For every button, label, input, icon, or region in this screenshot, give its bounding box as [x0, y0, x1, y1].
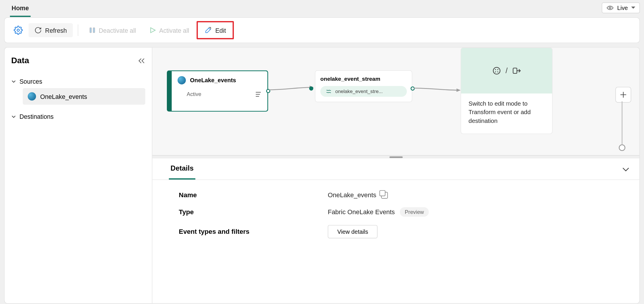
- menu-icon[interactable]: [255, 91, 262, 97]
- add-guide-line: [622, 101, 623, 147]
- detail-value-name: OneLake_events: [328, 192, 376, 199]
- toolbar: Refresh Deactivate all Activate all Edit: [4, 17, 640, 43]
- data-sidebar: Data Sources OneLake_events Destinations: [4, 47, 152, 304]
- edit-icon: [205, 26, 212, 34]
- svg-rect-7: [513, 68, 517, 73]
- add-node-button[interactable]: [615, 87, 631, 103]
- detail-value-type: Fabric OneLake Events: [328, 208, 395, 216]
- eye-icon: [607, 5, 614, 10]
- deactivate-all-button: Deactivate all: [83, 23, 142, 37]
- details-panel: Details Name OneLake_events Type: [152, 159, 639, 303]
- svg-point-0: [17, 29, 19, 31]
- copy-name-button[interactable]: [381, 192, 388, 199]
- detail-label-type: Type: [179, 208, 328, 216]
- chevron-down-icon: [11, 79, 16, 84]
- add-drop-handle[interactable]: [619, 144, 626, 151]
- live-label: Live: [617, 5, 628, 11]
- refresh-button[interactable]: Refresh: [29, 23, 73, 37]
- source-node-title: OneLake_events: [190, 77, 236, 84]
- onelake-source-icon: [28, 92, 36, 100]
- tree-section-sources[interactable]: Sources: [11, 74, 145, 88]
- refresh-icon: [34, 26, 42, 34]
- preview-badge: Preview: [400, 207, 429, 217]
- flow-canvas[interactable]: OneLake_events Active onelake_event_stre…: [152, 48, 639, 155]
- onelake-source-icon: [178, 76, 186, 84]
- stream-icon: [326, 89, 332, 94]
- edit-button-highlight: Edit: [197, 21, 234, 39]
- splitter-grip: [389, 156, 402, 158]
- plus-icon: [620, 91, 627, 98]
- tab-details[interactable]: Details: [169, 159, 195, 180]
- detail-label-name: Name: [179, 192, 328, 199]
- collapse-sidebar-icon[interactable]: [138, 58, 145, 63]
- svg-rect-1: [90, 28, 91, 33]
- svg-rect-2: [93, 28, 95, 33]
- caret-down-icon: [631, 6, 635, 10]
- stream-node[interactable]: onelake_event_stream onelake_event_stre.…: [315, 70, 412, 102]
- source-node[interactable]: OneLake_events Active: [167, 70, 268, 111]
- live-mode-dropdown[interactable]: Live: [602, 2, 640, 13]
- stream-chip[interactable]: onelake_event_stre...: [320, 86, 407, 97]
- detail-label-filters: Event types and filters: [179, 228, 328, 235]
- destination-hint-text: Switch to edit mode to Transform event o…: [461, 94, 552, 134]
- source-node-status: Active: [187, 91, 201, 97]
- output-icon: [512, 66, 521, 75]
- play-icon: [149, 27, 156, 34]
- collapse-details-icon[interactable]: [622, 166, 629, 171]
- toolbar-divider: [78, 24, 78, 36]
- view-details-button[interactable]: View details: [328, 225, 378, 238]
- stream-input-port[interactable]: [309, 86, 313, 90]
- svg-point-6: [494, 67, 500, 74]
- gear-icon: [14, 26, 23, 35]
- transform-icon: [492, 66, 501, 75]
- destination-hint-node[interactable]: / Switch to edit mode to Transform event…: [461, 48, 553, 134]
- connector-wire: [414, 84, 464, 96]
- stream-node-title: onelake_event_stream: [320, 76, 407, 82]
- activate-all-button: Activate all: [143, 23, 195, 37]
- chevron-down-icon: [11, 114, 16, 119]
- pause-icon: [89, 27, 95, 34]
- settings-button[interactable]: [10, 22, 27, 38]
- sidebar-title: Data: [11, 56, 29, 66]
- tab-home[interactable]: Home: [10, 0, 30, 17]
- connector-wire: [269, 85, 317, 97]
- panel-splitter[interactable]: [152, 155, 639, 158]
- tree-section-destinations[interactable]: Destinations: [11, 110, 145, 123]
- edit-button[interactable]: Edit: [199, 23, 232, 37]
- sidebar-item-onelake-events[interactable]: OneLake_events: [23, 88, 145, 105]
